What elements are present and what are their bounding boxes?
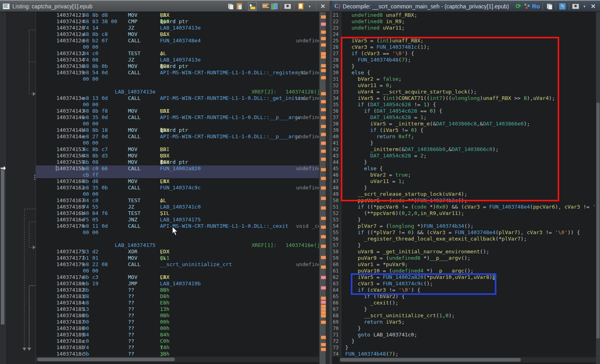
analysis-marker[interactable] (321, 348, 326, 351)
decompiler-line[interactable]: 69 return iVar5; (332, 319, 596, 325)
analysis-marker[interactable] (321, 245, 326, 248)
analysis-marker[interactable] (321, 55, 326, 59)
analysis-marker[interactable] (321, 186, 326, 190)
listing-row[interactable]: 00 00 (36, 76, 319, 82)
listing-row[interactable]: 140374146e8 35 0dCALLAPI-MS-WIN-CRT-RUNT… (36, 114, 319, 121)
analysis-marker[interactable] (321, 225, 326, 229)
decompiler-line[interactable]: 32 uVar11 = 0; (332, 82, 596, 89)
decompiler-line[interactable]: 23 undefined uVar11; (332, 25, 596, 31)
analysis-marker[interactable] (321, 92, 326, 95)
analysis-marker[interactable] (321, 125, 326, 128)
decompiler-line[interactable]: 35 if (DAT_14054c628 != 1) { (332, 101, 596, 108)
decompiler-line[interactable]: 40 return 0xff; (332, 133, 596, 140)
listing-hscrollbar-thumb[interactable] (37, 358, 175, 361)
listing-row[interactable]: 14037413ee8 13 0dCALLAPI-MS-WIN-CRT-RUNT… (36, 95, 319, 101)
listing-row[interactable]: 14037416974 55JZLAB_1403741c0 (36, 204, 319, 210)
decompiler-line[interactable]: 49 __scrt_release_startup_lock(uVar4); (332, 191, 596, 197)
snapshot-icon[interactable] (283, 2, 292, 11)
listing-titlebar[interactable]: Listing: captcha_privacy[1].epub ▾ (0, 1, 330, 12)
listing-left-scrollbar-thumb[interactable] (1, 169, 4, 324)
decompiler-line[interactable]: 21 undefined8 unaff_RBX; (332, 12, 596, 18)
disassembly-listing[interactable]: 14037412148 8b d8MOVRBX,RAX14037412448 8… (36, 12, 319, 357)
decompiler-line[interactable]: 44 } (332, 159, 596, 165)
decompiler-line[interactable]: 74FUN_140374b48(7); (332, 351, 596, 357)
dropdown-arrow-icon[interactable]: ▾ (580, 2, 589, 11)
analysis-marker[interactable] (321, 256, 326, 259)
listing-row[interactable]: 14037418700??00h (36, 319, 319, 325)
listing-row[interactable]: 1403741608b d8MOVEBX,EAX (36, 178, 319, 185)
analysis-marker[interactable] (321, 30, 326, 34)
decompiler-line[interactable]: 64 if (cVar3 != '\0') { (332, 287, 596, 293)
decompiler-line[interactable]: 45 else { (332, 165, 596, 172)
decompiler-hscrollbar[interactable] (339, 357, 596, 362)
listing-row[interactable]: 00 00 (36, 121, 319, 127)
decompiler-line[interactable]: 71 goto LAB_1403741c0; (332, 332, 596, 338)
analysis-marker[interactable] (321, 235, 326, 239)
decompiler-line[interactable]: 48 } (332, 185, 596, 191)
listing-row[interactable]: 14037418513??13h (36, 306, 319, 312)
analysis-marker[interactable] (321, 276, 326, 279)
listing-row[interactable]: 14037416b40 84 f6TESTSIL,SIL (36, 210, 319, 217)
listing-row[interactable]: 14037418ac0??C0h (36, 338, 319, 344)
listing-row[interactable]: 14037416784 c0TESTAL,AL (36, 197, 319, 204)
decompiler-line[interactable]: 58 uVar8 = _get_initial_narrow_environme… (332, 249, 596, 255)
analysis-marker[interactable] (321, 265, 326, 269)
decompiler-line[interactable]: 63 cVar3 = FUN_140374c9c(); (332, 280, 596, 287)
listing-marker-bar[interactable] (319, 12, 330, 364)
listing-row[interactable]: 14037418c3b??3Bh ; (36, 351, 319, 357)
listing-row[interactable]: 00 00 (36, 101, 319, 108)
listing-row[interactable]: 14037418800??00h (36, 325, 319, 332)
listing-row[interactable]: 14037415be8 c0 66CALLFUN_14002a820undefi… (36, 165, 319, 172)
listing-row[interactable]: 140374139e8 54 0dCALLAPI-MS-WIN-CRT-RUNT… (36, 70, 319, 76)
listing-row[interactable]: 00 00 (36, 140, 319, 146)
listing-row[interactable] (36, 82, 319, 89)
decompiler-line[interactable]: 70 } (332, 325, 596, 332)
decompiler-line[interactable]: 53 } (332, 217, 596, 223)
decompiler-line[interactable]: 37 DAT_14054c628 = 1; (332, 114, 596, 121)
analysis-marker[interactable] (321, 286, 326, 290)
analysis-marker[interactable] (321, 343, 326, 346)
listing-row[interactable] (36, 236, 319, 242)
decompiler-line[interactable]: 22 undefined8 in_R9; (332, 18, 596, 25)
analysis-marker[interactable] (321, 141, 326, 145)
edit-pencil-icon[interactable]: ✎ (558, 2, 567, 11)
decompiler-vscrollbar-thumb[interactable] (596, 103, 600, 338)
decompiler-hscrollbar-thumb[interactable] (340, 358, 521, 362)
listing-row[interactable]: 14037412448 83 38 00CMPqword ptr [RAX],0… (36, 18, 319, 25)
analysis-marker[interactable] (321, 296, 326, 300)
listing-row[interactable]: 14037414348 8b f8MOVRDI,RAX (36, 108, 319, 114)
listing-row[interactable]: 14037418984??84h (36, 332, 319, 338)
decompiler-line[interactable]: 24 (332, 31, 596, 38)
listing-row[interactable]: 1403741534c 8b c7MOVR8,RDI (36, 146, 319, 153)
decompiler-line[interactable]: 52 (**ppcVar6)(0,2,0,in_R9,uVar11); (332, 210, 596, 217)
listing-row[interactable]: cb ff (36, 172, 319, 178)
decompiler-line[interactable]: 46 bVar2 = true; (332, 172, 596, 178)
decompiler-line[interactable]: 34 iVar5 = (int)CONCAT71((int7)((ulonglo… (332, 95, 596, 101)
listing-row[interactable]: 14037412a48 8b c8MOVRCX,RAX (36, 31, 319, 38)
decompiler-line[interactable]: 36 if (DAT_14054c628 == 0) { (332, 108, 596, 114)
listing-row[interactable]: 14037412de8 b2 07CALLFUN_1403748e4undefi… (36, 38, 319, 44)
listing-row[interactable]: 140374179e8 22 08CALL__scrt_uninitialize… (36, 261, 319, 268)
listing-row[interactable]: 14037414b48 8b 18MOVRBX,qword ptr [RAX] (36, 127, 319, 133)
analysis-marker[interactable] (321, 197, 326, 200)
decompiler-line[interactable]: 41 } (332, 140, 596, 146)
listing-row[interactable]: 14037417533 d2XOREDX,EDX (36, 249, 319, 255)
analysis-marker[interactable] (321, 133, 326, 136)
decompiler-line[interactable]: 67 } (332, 306, 596, 312)
decompiler-line[interactable]: 66 _cexit(); (332, 300, 596, 306)
analysis-marker[interactable] (321, 177, 326, 180)
decompiler-line[interactable]: 47 uVar11 = 1; (332, 178, 596, 185)
analysis-marker[interactable] (321, 64, 326, 68)
analysis-marker[interactable] (321, 206, 326, 210)
close-icon[interactable]: ✕ (589, 2, 598, 11)
analysis-marker[interactable] (321, 15, 326, 19)
decompiler-line[interactable]: 50 ppcVar6 = (code **)FUN_140374b2c(); (332, 197, 596, 204)
copy-icon[interactable] (226, 2, 235, 11)
ro-icon[interactable]: Ro (532, 2, 540, 11)
analysis-marker[interactable] (321, 320, 326, 324)
decompiler-line[interactable]: 59 puVar9 = (undefined8 *)__p___argv(); (332, 255, 596, 261)
decompiler-code[interactable]: 21 undefined8 unaff_RBX;22 undefined8 in… (332, 12, 596, 357)
listing-row[interactable]: 14037412148 8b d8MOVRBX,RAX (36, 12, 319, 18)
analysis-marker[interactable] (321, 100, 326, 103)
listing-row[interactable]: 14037412874 14JZLAB_14037413e (36, 25, 319, 31)
